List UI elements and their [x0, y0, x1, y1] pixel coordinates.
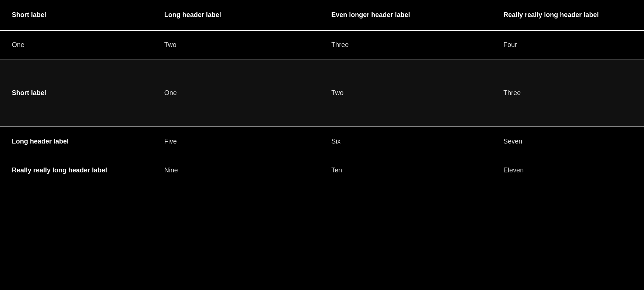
- cell-row2-col0: Long header label: [0, 127, 153, 156]
- cell-row1-col1: One: [153, 60, 320, 127]
- cell-row2-col3: Seven: [491, 127, 644, 156]
- cell-row3-col1: Nine: [153, 156, 320, 185]
- cell-row1-col2: Two: [319, 60, 491, 127]
- cell-row3-col3: Eleven: [491, 156, 644, 185]
- table-row: Short label One Two Three: [0, 60, 644, 127]
- table-row: Really really long header label Nine Ten…: [0, 156, 644, 185]
- cell-row1-col0: Short label: [0, 60, 153, 127]
- table-row: Long header label Five Six Seven: [0, 127, 644, 156]
- cell-row0-col1: Two: [153, 30, 320, 60]
- col-header-3: Even longer header label: [319, 0, 491, 30]
- header-row: Short label Long header label Even longe…: [0, 0, 644, 30]
- table-row: One Two Three Four: [0, 30, 644, 60]
- cell-row3-col0: Really really long header label: [0, 156, 153, 185]
- table-container: Short label Long header label Even longe…: [0, 0, 644, 185]
- cell-row2-col2: Six: [319, 127, 491, 156]
- col-header-4: Really really long header label: [491, 0, 644, 30]
- cell-row3-col2: Ten: [319, 156, 491, 185]
- data-table: Short label Long header label Even longe…: [0, 0, 644, 185]
- cell-row2-col1: Five: [153, 127, 320, 156]
- cell-row1-col3: Three: [491, 60, 644, 127]
- cell-row0-col3: Four: [491, 30, 644, 60]
- cell-row0-col2: Three: [319, 30, 491, 60]
- col-header-1: Short label: [0, 0, 153, 30]
- cell-row0-col0: One: [0, 30, 153, 60]
- col-header-2: Long header label: [153, 0, 320, 30]
